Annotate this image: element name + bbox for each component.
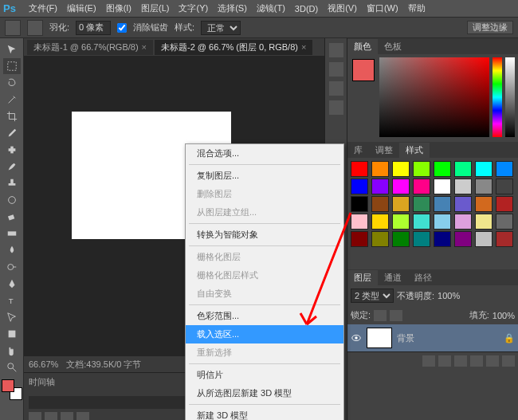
layer-kind-select[interactable]: 2 类型 bbox=[351, 289, 394, 303]
style-swatch[interactable] bbox=[392, 161, 410, 177]
stamp-tool[interactable] bbox=[3, 175, 21, 191]
paragraph-icon[interactable] bbox=[329, 100, 343, 115]
foreground-swatch[interactable] bbox=[352, 59, 375, 81]
style-swatch[interactable] bbox=[371, 179, 389, 194]
lock-position-icon[interactable] bbox=[390, 310, 402, 321]
style-swatch[interactable] bbox=[454, 214, 472, 230]
style-swatch[interactable] bbox=[413, 196, 430, 212]
blur-tool[interactable] bbox=[3, 242, 21, 258]
color-tab[interactable]: 颜色 bbox=[347, 39, 378, 54]
dodge-tool[interactable] bbox=[3, 259, 21, 275]
style-swatch[interactable] bbox=[434, 179, 451, 194]
marquee-tool[interactable] bbox=[3, 58, 21, 74]
channels-tab[interactable]: 通道 bbox=[378, 270, 408, 285]
hand-tool[interactable] bbox=[3, 343, 21, 359]
visibility-icon[interactable] bbox=[351, 332, 362, 343]
crop-tool[interactable] bbox=[3, 108, 21, 124]
timeline-play-button[interactable] bbox=[45, 412, 57, 420]
refine-edge-button[interactable]: 调整边缘 bbox=[467, 21, 513, 34]
properties-icon[interactable] bbox=[329, 62, 343, 77]
zoom-tool[interactable] bbox=[3, 359, 21, 375]
layer-thumbnail[interactable] bbox=[367, 328, 392, 348]
close-icon[interactable]: × bbox=[301, 42, 306, 52]
context-menu-item[interactable]: 新建 3D 模型 bbox=[186, 406, 343, 420]
close-icon[interactable]: × bbox=[142, 42, 147, 52]
menu-view[interactable]: 视图(V) bbox=[323, 2, 362, 14]
delete-layer-button[interactable] bbox=[502, 355, 515, 367]
style-swatch[interactable] bbox=[413, 179, 430, 194]
style-swatch[interactable] bbox=[454, 179, 472, 194]
layer-mask-button[interactable] bbox=[454, 355, 467, 367]
link-layers-button[interactable] bbox=[422, 355, 435, 367]
style-swatch[interactable] bbox=[496, 196, 513, 212]
style-swatch[interactable] bbox=[475, 231, 492, 247]
lock-pixels-icon[interactable] bbox=[374, 310, 387, 321]
style-swatch[interactable] bbox=[496, 179, 513, 194]
menu-type[interactable]: 文字(Y) bbox=[174, 2, 213, 14]
context-menu-item[interactable]: 载入选区... bbox=[186, 325, 343, 343]
style-swatch[interactable] bbox=[434, 196, 451, 212]
color-swatches[interactable] bbox=[2, 379, 22, 400]
context-menu-item[interactable]: 明信片 bbox=[186, 366, 343, 384]
style-swatch[interactable] bbox=[454, 161, 472, 177]
menu-layer[interactable]: 图层(L) bbox=[136, 2, 174, 14]
style-swatch[interactable] bbox=[454, 231, 472, 247]
pen-tool[interactable] bbox=[3, 276, 21, 292]
style-swatch[interactable] bbox=[392, 214, 410, 230]
style-swatch[interactable] bbox=[351, 196, 368, 212]
character-icon[interactable] bbox=[329, 81, 343, 96]
document-tab-2[interactable]: 未标题-2 @ 66.7% (图层 0, RGB/8)× bbox=[155, 40, 312, 55]
library-tab[interactable]: 库 bbox=[347, 143, 369, 158]
menu-filter[interactable]: 滤镜(T) bbox=[252, 2, 290, 14]
heal-tool[interactable] bbox=[3, 142, 21, 158]
menu-select[interactable]: 选择(S) bbox=[213, 2, 252, 14]
tool-preset-icon[interactable] bbox=[5, 20, 21, 36]
style-swatch[interactable] bbox=[351, 161, 368, 177]
style-swatch[interactable] bbox=[371, 231, 389, 247]
lasso-tool[interactable] bbox=[3, 75, 21, 91]
menu-help[interactable]: 帮助 bbox=[403, 2, 430, 14]
style-swatch[interactable] bbox=[454, 196, 472, 212]
eraser-tool[interactable] bbox=[3, 209, 21, 225]
opacity-value[interactable]: 100% bbox=[438, 291, 460, 300]
adjust-tab[interactable]: 调整 bbox=[369, 143, 399, 158]
style-swatch[interactable] bbox=[351, 231, 368, 247]
menu-image[interactable]: 图像(I) bbox=[101, 2, 136, 14]
bw-slider[interactable] bbox=[505, 57, 515, 137]
style-swatch[interactable] bbox=[371, 196, 389, 212]
paths-tab[interactable]: 路径 bbox=[408, 270, 438, 285]
brush-tool[interactable] bbox=[3, 159, 21, 175]
context-menu-item[interactable]: 复制图层... bbox=[186, 167, 343, 185]
context-menu-item[interactable]: 从所选图层新建 3D 模型 bbox=[186, 384, 343, 402]
new-group-button[interactable] bbox=[470, 355, 483, 367]
menu-edit[interactable]: 编辑(E) bbox=[62, 2, 101, 14]
timeline-prev-button[interactable] bbox=[29, 412, 41, 420]
wand-tool[interactable] bbox=[3, 92, 21, 108]
styles-tab[interactable]: 样式 bbox=[399, 143, 430, 158]
type-tool[interactable]: T bbox=[3, 292, 21, 308]
style-swatch[interactable] bbox=[371, 161, 389, 177]
context-menu-item[interactable]: 转换为智能对象 bbox=[186, 226, 343, 244]
antialias-checkbox[interactable] bbox=[117, 23, 127, 33]
context-menu-item[interactable]: 色彩范围... bbox=[186, 307, 343, 325]
style-swatch[interactable] bbox=[413, 231, 430, 247]
style-swatch[interactable] bbox=[475, 196, 492, 212]
style-swatch[interactable] bbox=[496, 161, 513, 177]
style-swatch[interactable] bbox=[475, 179, 492, 194]
layers-tab[interactable]: 图层 bbox=[347, 270, 378, 285]
selection-mode-icon[interactable] bbox=[27, 20, 43, 36]
gradient-tool[interactable] bbox=[3, 226, 21, 241]
style-swatch[interactable] bbox=[392, 231, 410, 247]
feather-input[interactable] bbox=[76, 21, 111, 35]
style-swatch[interactable] bbox=[392, 196, 410, 212]
move-tool[interactable] bbox=[3, 41, 21, 57]
style-swatch[interactable] bbox=[351, 179, 368, 194]
history-brush-tool[interactable] bbox=[3, 192, 21, 208]
style-swatch[interactable] bbox=[475, 214, 492, 230]
layer-row[interactable]: 背景 🔒 bbox=[347, 324, 518, 351]
fill-value[interactable]: 100% bbox=[492, 311, 515, 320]
style-swatch[interactable] bbox=[434, 214, 451, 230]
menu-file[interactable]: 文件(F) bbox=[24, 2, 62, 14]
style-swatch[interactable] bbox=[496, 231, 513, 247]
layer-name[interactable]: 背景 bbox=[397, 332, 414, 344]
